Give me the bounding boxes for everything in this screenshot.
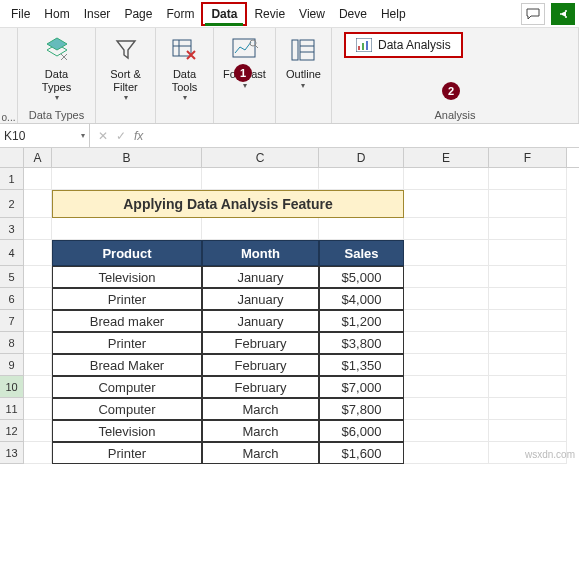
cell[interactable] (202, 218, 319, 240)
cell[interactable] (404, 288, 489, 310)
cell[interactable] (489, 190, 567, 218)
cell[interactable] (404, 442, 489, 464)
table-cell-month[interactable]: February (202, 332, 319, 354)
data-types-button[interactable]: Data Types ▾ (36, 32, 78, 104)
row-header-9[interactable]: 9 (0, 354, 24, 376)
cell[interactable] (489, 266, 567, 288)
cell[interactable] (24, 398, 52, 420)
table-cell-month[interactable]: January (202, 310, 319, 332)
table-cell-product[interactable]: Television (52, 420, 202, 442)
cell[interactable] (24, 376, 52, 398)
col-header-A[interactable]: A (24, 148, 52, 167)
col-header-D[interactable]: D (319, 148, 404, 167)
tab-developer[interactable]: Deve (332, 2, 374, 26)
row-header-1[interactable]: 1 (0, 168, 24, 190)
table-cell-product[interactable]: Printer (52, 288, 202, 310)
cell[interactable] (24, 420, 52, 442)
col-header-C[interactable]: C (202, 148, 319, 167)
cell[interactable] (489, 398, 567, 420)
table-cell-month[interactable]: March (202, 442, 319, 464)
table-cell-product[interactable]: Printer (52, 332, 202, 354)
tab-file[interactable]: File (4, 2, 37, 26)
row-header-4[interactable]: 4 (0, 240, 24, 266)
row-header-10[interactable]: 10 (0, 376, 24, 398)
cell[interactable] (489, 168, 567, 190)
row-header-12[interactable]: 12 (0, 420, 24, 442)
cell[interactable] (489, 376, 567, 398)
cell[interactable] (404, 332, 489, 354)
cell[interactable] (24, 310, 52, 332)
name-box[interactable]: K10 ▾ (0, 124, 90, 147)
data-tools-button[interactable]: Data Tools ▾ (164, 32, 206, 104)
table-cell-product[interactable]: Bread Maker (52, 354, 202, 376)
tab-help[interactable]: Help (374, 2, 413, 26)
table-cell-sales[interactable]: $1,600 (319, 442, 404, 464)
table-cell-sales[interactable]: $1,200 (319, 310, 404, 332)
row-header-3[interactable]: 3 (0, 218, 24, 240)
row-header-6[interactable]: 6 (0, 288, 24, 310)
row-header-2[interactable]: 2 (0, 190, 24, 218)
cell[interactable] (489, 354, 567, 376)
tab-home[interactable]: Hom (37, 2, 76, 26)
cell[interactable] (404, 398, 489, 420)
cell[interactable] (24, 332, 52, 354)
tab-review[interactable]: Revie (247, 2, 292, 26)
cell[interactable] (24, 266, 52, 288)
cancel-icon[interactable]: ✕ (98, 129, 108, 143)
fx-icon[interactable]: fx (134, 129, 143, 143)
tab-insert[interactable]: Inser (77, 2, 118, 26)
table-cell-month[interactable]: February (202, 376, 319, 398)
table-cell-product[interactable]: Computer (52, 398, 202, 420)
col-header-E[interactable]: E (404, 148, 489, 167)
cell[interactable] (404, 310, 489, 332)
select-all-corner[interactable] (0, 148, 24, 167)
cell[interactable] (24, 240, 52, 266)
col-header-B[interactable]: B (52, 148, 202, 167)
table-cell-month[interactable]: January (202, 288, 319, 310)
formula-input[interactable] (151, 124, 579, 147)
tab-data[interactable]: Data (201, 2, 247, 26)
cell[interactable] (404, 354, 489, 376)
cell[interactable] (404, 218, 489, 240)
tab-page-layout[interactable]: Page (117, 2, 159, 26)
table-cell-sales[interactable]: $7,000 (319, 376, 404, 398)
cell[interactable] (489, 240, 567, 266)
share-button[interactable] (551, 3, 575, 25)
cell[interactable] (489, 420, 567, 442)
row-header-7[interactable]: 7 (0, 310, 24, 332)
table-cell-sales[interactable]: $4,000 (319, 288, 404, 310)
cell[interactable] (24, 190, 52, 218)
cell[interactable] (52, 218, 202, 240)
cell[interactable] (52, 168, 202, 190)
cell[interactable] (404, 266, 489, 288)
table-cell-month[interactable]: January (202, 266, 319, 288)
confirm-icon[interactable]: ✓ (116, 129, 126, 143)
table-cell-month[interactable]: February (202, 354, 319, 376)
row-header-5[interactable]: 5 (0, 266, 24, 288)
table-header-product[interactable]: Product (52, 240, 202, 266)
cell[interactable] (24, 354, 52, 376)
cell[interactable] (404, 376, 489, 398)
table-cell-sales[interactable]: $6,000 (319, 420, 404, 442)
table-cell-product[interactable]: Television (52, 266, 202, 288)
table-cell-product[interactable]: Computer (52, 376, 202, 398)
cell[interactable] (489, 218, 567, 240)
cell[interactable] (489, 310, 567, 332)
cell[interactable] (404, 420, 489, 442)
cell[interactable] (24, 442, 52, 464)
cell[interactable] (24, 168, 52, 190)
row-header-13[interactable]: 13 (0, 442, 24, 464)
cell[interactable] (24, 288, 52, 310)
table-cell-sales[interactable]: $3,800 (319, 332, 404, 354)
tab-formulas[interactable]: Form (159, 2, 201, 26)
table-cell-month[interactable]: March (202, 398, 319, 420)
data-analysis-button[interactable]: Data Analysis (344, 32, 463, 58)
cell[interactable] (489, 288, 567, 310)
cell[interactable] (404, 168, 489, 190)
table-cell-product[interactable]: Bread maker (52, 310, 202, 332)
cell[interactable] (404, 240, 489, 266)
chevron-down-icon[interactable]: ▾ (81, 131, 85, 140)
table-header-sales[interactable]: Sales (319, 240, 404, 266)
table-cell-sales[interactable]: $1,350 (319, 354, 404, 376)
outline-button[interactable]: Outline ▾ (282, 32, 325, 92)
